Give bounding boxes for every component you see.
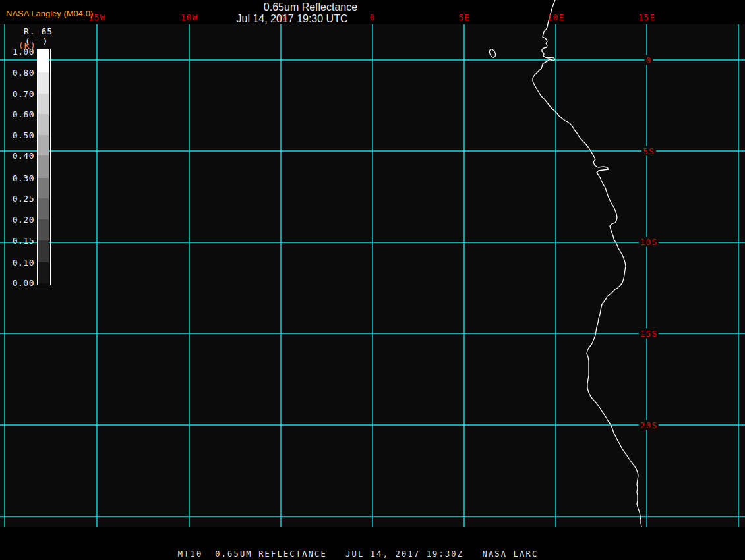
colorbar-segment [38,72,49,94]
colorbar-segment [38,219,49,240]
colorbar-segment [38,262,49,283]
colorbar-segment [38,198,49,219]
colorbar-segment [38,114,49,135]
colorbar-title: R. 65 [24,26,53,36]
colorbar-segment [38,240,49,262]
colorbar-value-0.60: 0.60 [4,109,34,119]
lat-label-15S: 15S [639,329,659,339]
satellite-map-viewport: NASA Langley (M04.0) 0.65um Reflectance … [0,0,745,560]
lat-label-20S: 20S [639,420,659,430]
lon-label-10E: 10E [547,13,564,22]
colorbar-value-0.80: 0.80 [4,68,34,78]
colorbar-segment [38,94,49,114]
colorbar-value-0.10: 0.10 [4,258,34,267]
lat-label-0: 0 [645,55,653,65]
colorbar-segment [38,155,49,178]
map-canvas [0,0,745,560]
page-title: 0.65um Reflectance [264,1,357,13]
lon-label-15E: 15E [638,13,655,22]
colorbar-value-0.70: 0.70 [4,89,34,99]
lon-label-5E: 5E [458,13,470,22]
timestamp-subtitle: Jul 14, 2017 19:30 UTC [237,13,348,25]
colorbar-value-1.00: 1.00 [4,47,34,57]
colorbar-segment [38,135,49,155]
colorbar-value-0.00: 0.00 [4,278,34,288]
colorbar-value-0.20: 0.20 [4,215,34,225]
nasa-credit-label: NASA Langley (M04.0) [6,9,93,18]
lat-label-10S: 10S [639,237,659,247]
lon-label-10W: 10W [181,13,198,22]
colorbar-value-0.25: 0.25 [4,194,34,204]
status-bar-text: MT10 0.65UM REFLECTANCE JUL 14, 2017 19:… [178,549,539,559]
colorbar-value-0.15: 0.15 [4,236,34,246]
colorbar-segment [38,178,49,198]
colorbar-value-0.50: 0.50 [4,130,34,140]
lon-label-0: 0 [370,13,376,22]
colorbar-segment [38,49,49,72]
lat-label-5S: 5S [641,146,656,156]
colorbar-value-0.40: 0.40 [4,151,34,161]
colorbar-value-0.30: 0.30 [4,173,34,183]
